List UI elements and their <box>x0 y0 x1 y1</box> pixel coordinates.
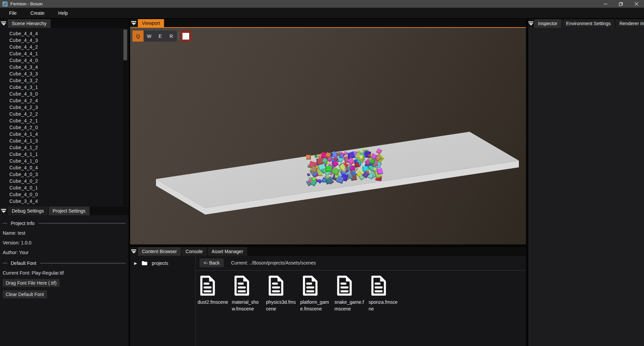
tab-renderer-info[interactable]: Renderer Info <box>615 19 644 28</box>
menu-help[interactable]: Help <box>54 8 73 18</box>
menu-file[interactable]: File <box>4 8 21 18</box>
scene-item[interactable]: Cube_4_0_2 <box>9 178 128 184</box>
file-item[interactable]: platform_game.fmscene <box>300 275 333 312</box>
minimize-icon <box>604 2 607 6</box>
scene-list-scrollbar[interactable] <box>123 28 127 206</box>
restore-button[interactable] <box>613 0 629 8</box>
tab-viewport[interactable]: Viewport <box>138 19 164 27</box>
scene-item[interactable]: Cube_4_3_0 <box>9 91 128 97</box>
scene-item[interactable]: Cube_4_1_1 <box>9 151 128 158</box>
tool-w-button[interactable]: W <box>144 31 155 42</box>
file-item[interactable]: material_show.fmscene <box>232 275 265 312</box>
tab-scene-hierarchy[interactable]: Scene Hierarchy <box>8 19 51 28</box>
scene-item[interactable]: Cube_4_0_0 <box>9 191 128 198</box>
tab-environment-settings[interactable]: Environment Settings <box>562 19 615 28</box>
scene-file-icon <box>369 275 387 296</box>
scene-item[interactable]: Cube_4_3_4 <box>9 64 128 70</box>
color-swatch-button[interactable] <box>180 31 191 42</box>
project-version: Version: 1.0.0 <box>0 240 128 245</box>
restore-icon <box>619 2 623 6</box>
default-font-heading: Default Font <box>0 261 128 266</box>
scene-cube <box>350 166 355 170</box>
scene-item[interactable]: Cube_4_4_0 <box>9 57 128 64</box>
file-name: physics3d.fmscene <box>266 299 297 312</box>
toolbar-separator <box>178 32 179 40</box>
drag-font-dropzone[interactable]: Drag Font File Here (.ttf) <box>3 279 60 287</box>
content-browser-panel: Content BrowserConsoleAsset Manager ▶ pr… <box>130 247 526 346</box>
tab-project-settings[interactable]: Project Settings <box>49 207 90 215</box>
current-font-label: Current Font: Play-Regular.ttf <box>0 270 128 276</box>
panel-menu-icon[interactable] <box>130 247 137 256</box>
scene-item[interactable]: Cube_4_2_2 <box>9 111 128 117</box>
tab-debug-settings[interactable]: Debug Settings <box>8 207 48 215</box>
scene-cube <box>306 155 311 160</box>
swatch-color <box>182 33 189 40</box>
scene-item[interactable]: Cube_4_1_2 <box>9 144 128 151</box>
panel-menu-icon[interactable] <box>528 19 533 28</box>
tree-item-projects[interactable]: ▶ projects <box>134 261 195 266</box>
scene-item[interactable]: Cube_4_1_0 <box>9 158 128 164</box>
file-name: dust2.fmscene <box>198 299 228 306</box>
app-icon <box>3 2 7 6</box>
current-path: Current: ../Boson/projects/Assets/scenes <box>231 260 316 266</box>
scene-item[interactable]: Cube_4_4_1 <box>9 50 128 57</box>
scene-file-icon <box>267 275 285 296</box>
cube-pile <box>130 28 526 244</box>
folder-tree: ▶ projects <box>130 256 196 346</box>
scene-cube <box>355 162 360 168</box>
panel-menu-icon[interactable] <box>0 207 7 215</box>
inspector-panel: InspectorEnvironment SettingsRenderer In… <box>528 19 644 346</box>
tab-inspector[interactable]: Inspector <box>534 19 561 28</box>
file-browser: <- Back Current: ../Boson/projects/Asset… <box>196 256 526 346</box>
tab-asset-manager[interactable]: Asset Manager <box>208 247 247 256</box>
scene-file-icon <box>232 275 251 296</box>
tool-e-button[interactable]: E <box>155 31 166 42</box>
tab-console[interactable]: Console <box>181 247 207 256</box>
file-name: snake_game.fmscene <box>334 299 365 312</box>
scene-item[interactable]: Cube_4_1_3 <box>9 137 128 144</box>
panel-menu-icon[interactable] <box>130 19 137 27</box>
clear-default-font-button[interactable]: Clear Default Font <box>3 290 47 298</box>
viewport-canvas[interactable]: QWER <box>130 28 526 244</box>
scene-item[interactable]: Cube_4_2_4 <box>9 97 128 104</box>
file-item[interactable]: sponza.fmscene <box>369 275 402 312</box>
scene-item[interactable]: Cube_4_2_3 <box>9 104 128 111</box>
scene-item[interactable]: Cube_4_2_1 <box>9 117 128 124</box>
tab-content-browser[interactable]: Content Browser <box>138 247 181 256</box>
scene-hierarchy-list: Cube_4_4_4Cube_4_4_3Cube_4_4_2Cube_4_4_1… <box>0 28 128 207</box>
tool-r-button[interactable]: R <box>166 31 177 42</box>
file-item[interactable]: snake_game.fmscene <box>334 275 368 312</box>
file-item[interactable]: physics3d.fmscene <box>266 275 299 312</box>
scene-item[interactable]: Cube_4_0_1 <box>9 184 128 191</box>
folder-name: projects <box>152 261 168 266</box>
file-item[interactable]: dust2.fmscene <box>198 275 231 312</box>
close-button[interactable] <box>629 0 644 8</box>
scene-item[interactable]: Cube_4_2_0 <box>9 124 128 131</box>
scene-item[interactable]: Cube_4_4_3 <box>9 37 128 44</box>
panel-menu-icon[interactable] <box>0 19 7 28</box>
scene-cube <box>339 155 343 159</box>
window-title: Fermion - Boson <box>10 1 43 6</box>
viewport-toolbar: QWER <box>132 31 191 42</box>
tool-q-button[interactable]: Q <box>132 31 144 42</box>
scrollbar-thumb[interactable] <box>123 30 127 60</box>
expand-caret-icon[interactable]: ▶ <box>134 261 137 266</box>
scene-item[interactable]: Cube_3_4_4 <box>9 198 128 205</box>
folder-icon <box>142 261 148 266</box>
scene-cube <box>307 173 311 176</box>
back-button[interactable]: <- Back <box>200 258 224 267</box>
scene-item[interactable]: Cube_4_3_3 <box>9 70 128 77</box>
scene-item[interactable]: Cube_4_3_2 <box>9 77 128 84</box>
scene-cube <box>322 179 326 182</box>
minimize-button[interactable] <box>598 0 613 8</box>
scene-item[interactable]: Cube_4_1_4 <box>9 131 128 137</box>
scene-hierarchy-panel: Scene Hierarchy Cube_4_4_4Cube_4_4_3Cube… <box>0 19 128 207</box>
menu-create[interactable]: Create <box>26 8 49 18</box>
scene-item[interactable]: Cube_4_0_4 <box>9 164 128 171</box>
scene-item[interactable]: Cube_4_3_1 <box>9 84 128 91</box>
scene-item[interactable]: Cube_4_4_2 <box>9 44 128 50</box>
file-name: sponza.fmscene <box>369 299 399 312</box>
file-name: platform_game.fmscene <box>300 299 331 312</box>
scene-item[interactable]: Cube_4_4_4 <box>9 30 128 37</box>
scene-item[interactable]: Cube_4_0_3 <box>9 171 128 178</box>
